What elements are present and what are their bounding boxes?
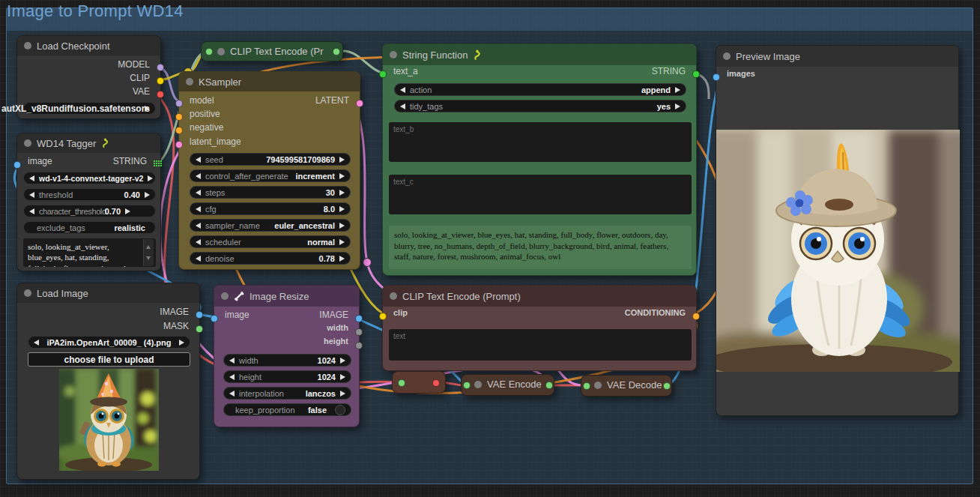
collapse-dot[interactable] bbox=[390, 51, 397, 58]
collapse-dot[interactable] bbox=[24, 42, 31, 49]
next-value-arrow[interactable] bbox=[340, 374, 345, 380]
next-value-arrow[interactable] bbox=[339, 256, 345, 262]
input-slot-image[interactable] bbox=[211, 315, 218, 322]
output-slot-image[interactable] bbox=[355, 315, 363, 322]
scroll-down-arrow[interactable] bbox=[146, 256, 151, 262]
prev-value-arrow[interactable] bbox=[196, 173, 201, 179]
prev-value-arrow[interactable] bbox=[29, 192, 34, 198]
collapse-dot[interactable] bbox=[217, 48, 225, 55]
node-clip-text-encode-collapsed[interactable]: CLIP Text Encode (Pr bbox=[201, 41, 343, 61]
denoise-widget[interactable]: denoise 0.78 bbox=[190, 252, 351, 265]
node-header[interactable]: Image Resize bbox=[214, 286, 359, 307]
exclude-tags-widget[interactable]: exclude_tags realistic bbox=[23, 221, 156, 234]
output-slot-latent[interactable] bbox=[356, 100, 363, 107]
node-header[interactable]: VAE Encode bbox=[462, 375, 554, 394]
output-slot-height[interactable] bbox=[355, 342, 363, 349]
collapsed-input-slot[interactable] bbox=[205, 48, 213, 55]
node-image-resize[interactable]: Image Resize image IMAGE width height wi… bbox=[214, 285, 360, 427]
node-header[interactable]: VAE Decode bbox=[581, 376, 671, 394]
character-threshold-widget[interactable]: character_threshold 0.70 bbox=[23, 205, 156, 217]
input-slot-images[interactable] bbox=[713, 73, 720, 81]
input-slot-image[interactable] bbox=[13, 161, 21, 169]
node-header[interactable]: Load Checkpoint bbox=[17, 36, 160, 55]
string-result-textarea[interactable]: solo, looking_at_viewer, blue_eyes, hat,… bbox=[389, 226, 692, 269]
collapsed-output-slot[interactable] bbox=[432, 379, 440, 387]
node-ksampler[interactable]: KSampler model positive negative latent_… bbox=[178, 71, 360, 270]
next-value-arrow[interactable] bbox=[339, 206, 345, 212]
action-widget[interactable]: action append bbox=[394, 83, 686, 96]
output-slot-clip[interactable] bbox=[157, 77, 164, 85]
interpolation-widget[interactable]: interpolation lanczos bbox=[223, 387, 351, 400]
prev-value-arrow[interactable] bbox=[196, 190, 201, 196]
collapse-dot[interactable] bbox=[390, 292, 397, 300]
next-value-arrow[interactable] bbox=[339, 223, 345, 229]
threshold-widget[interactable]: threshold 0.40 bbox=[23, 188, 156, 201]
next-value-arrow[interactable] bbox=[339, 190, 345, 196]
next-value-arrow[interactable] bbox=[125, 208, 130, 214]
text-b-textarea[interactable]: text_b bbox=[389, 122, 692, 162]
control-after-generate-widget[interactable]: control_after_generate increment bbox=[190, 169, 351, 182]
image-file-widget[interactable]: iPA2im.OpenArt_00009_ (4).png bbox=[28, 336, 190, 349]
node-header[interactable]: CLIP Text Encode (Prompt) bbox=[383, 286, 696, 307]
node-vae-decode[interactable]: VAE Decode bbox=[581, 375, 672, 397]
scroll-up-arrow[interactable] bbox=[146, 243, 151, 249]
text-c-textarea[interactable]: text_c bbox=[389, 175, 692, 214]
input-slot-text-a[interactable] bbox=[379, 70, 387, 78]
collapse-dot[interactable] bbox=[186, 78, 193, 85]
collapsed-input-slot[interactable] bbox=[463, 382, 471, 389]
next-value-arrow[interactable] bbox=[339, 157, 345, 163]
cfg-widget[interactable]: cfg 8.0 bbox=[190, 202, 351, 215]
next-value-arrow[interactable] bbox=[675, 87, 680, 93]
scheduler-widget[interactable]: scheduler normal bbox=[190, 235, 351, 248]
tidy-tags-widget[interactable]: tidy_tags yes bbox=[394, 100, 686, 112]
node-header[interactable]: WD14 Tagger bbox=[17, 133, 160, 153]
prev-value-arrow[interactable] bbox=[196, 157, 201, 163]
input-slot-negative[interactable] bbox=[175, 127, 183, 134]
collapse-dot[interactable] bbox=[221, 292, 229, 300]
seed-widget[interactable]: seed 794599581709869 bbox=[190, 153, 351, 166]
prev-value-arrow[interactable] bbox=[196, 256, 201, 262]
node-collapsed-misc[interactable] bbox=[392, 371, 446, 394]
node-header[interactable]: String Function bbox=[383, 44, 696, 65]
next-value-arrow[interactable] bbox=[340, 358, 345, 364]
node-vae-encode[interactable]: VAE Encode bbox=[461, 374, 554, 396]
output-slot-string[interactable] bbox=[692, 70, 700, 78]
prev-value-arrow[interactable] bbox=[196, 239, 201, 245]
prev-value-arrow[interactable] bbox=[400, 87, 405, 93]
next-value-arrow[interactable] bbox=[145, 192, 150, 198]
output-slot-image[interactable] bbox=[196, 311, 203, 319]
height-widget[interactable]: height 1024 bbox=[223, 370, 351, 383]
node-header[interactable]: Preview Image bbox=[716, 46, 958, 67]
prev-value-arrow[interactable] bbox=[400, 103, 405, 109]
input-slot-clip[interactable] bbox=[379, 313, 387, 320]
node-string-function[interactable]: String Function text_a STRING action app… bbox=[382, 43, 697, 276]
node-load-image[interactable]: Load Image IMAGE MASK iPA2im.OpenArt_000… bbox=[16, 283, 200, 480]
toggle-knob[interactable] bbox=[335, 405, 345, 415]
choose-file-button[interactable]: choose file to upload bbox=[28, 352, 190, 367]
prev-value-arrow[interactable] bbox=[196, 223, 201, 229]
prev-value-arrow[interactable] bbox=[29, 175, 34, 181]
prev-value-arrow[interactable] bbox=[29, 208, 34, 214]
prev-value-arrow[interactable] bbox=[229, 391, 235, 397]
collapsed-output-slot[interactable] bbox=[333, 48, 340, 55]
collapsed-output-slot[interactable] bbox=[663, 382, 671, 390]
next-value-arrow[interactable] bbox=[340, 391, 345, 397]
output-slot-mask[interactable] bbox=[196, 325, 203, 333]
node-wd14-tagger[interactable]: WD14 Tagger image STRING wd-v1-4-convnex… bbox=[16, 133, 161, 271]
node-preview-image[interactable]: Preview Image images bbox=[716, 45, 959, 416]
next-value-arrow[interactable] bbox=[339, 239, 345, 245]
width-widget[interactable]: width 1024 bbox=[223, 354, 351, 367]
node-header[interactable]: KSampler bbox=[179, 72, 360, 91]
comfyui-canvas[interactable]: Image to Prompt WD14 Load Checkpoint MOD… bbox=[0, 0, 980, 497]
collapse-dot[interactable] bbox=[723, 52, 731, 60]
output-slot-conditioning[interactable] bbox=[692, 313, 700, 320]
tagger-output-textarea[interactable]: solo, looking_at_viewer, blue_eyes, hat,… bbox=[23, 238, 156, 267]
node-header[interactable]: CLIP Text Encode (Pr bbox=[202, 42, 342, 61]
prev-value-arrow[interactable] bbox=[196, 206, 201, 212]
keep-proportion-widget[interactable]: keep_proportion false bbox=[223, 403, 351, 416]
prev-value-arrow[interactable] bbox=[34, 340, 39, 346]
input-slot-model[interactable] bbox=[175, 100, 183, 107]
string-output-grid-slot[interactable] bbox=[154, 160, 162, 166]
prompt-textarea[interactable]: text bbox=[389, 329, 692, 361]
collapse-dot[interactable] bbox=[24, 139, 31, 147]
